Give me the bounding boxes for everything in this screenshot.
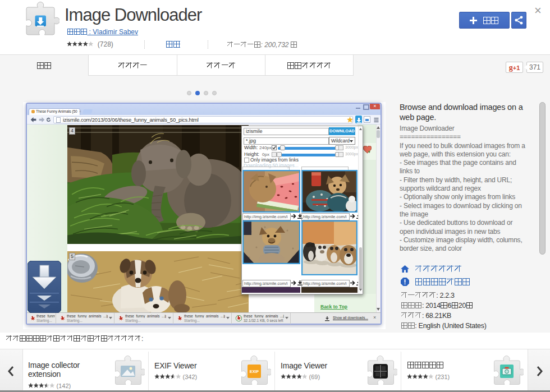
svg-text:EXIF: EXIF <box>250 369 259 374</box>
